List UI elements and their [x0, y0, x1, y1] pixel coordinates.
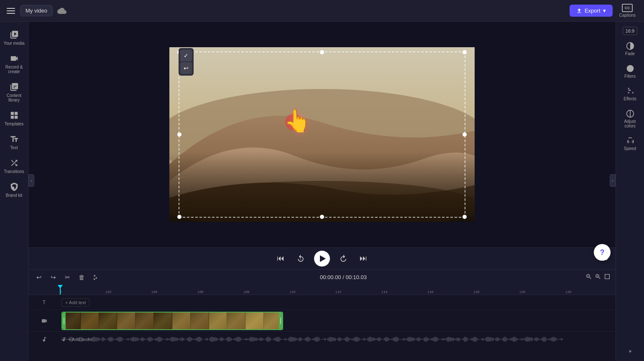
right-sidebar: 16:9 Fade Filters Effects Adjust colors … — [616, 22, 644, 361]
playhead-indicator — [58, 285, 63, 288]
clip-frame-5 — [135, 313, 154, 329]
video-track-content — [60, 311, 616, 331]
left-sidebar: Your media Record & create Content libra… — [0, 22, 28, 361]
audio-track-row: + Add audio document.write(Array.from({l… — [28, 332, 616, 347]
cc-icon: CC — [622, 4, 633, 12]
video-background — [169, 47, 475, 222]
audio-track-content: + Add audio document.write(Array.from({l… — [60, 333, 616, 346]
svg-text:5: 5 — [300, 257, 301, 260]
clip-frame-8 — [191, 313, 209, 329]
sidebar-item-text[interactable]: Text — [2, 131, 27, 153]
export-chevron: ▾ — [603, 8, 606, 14]
undo-transform-button[interactable]: ↩ — [180, 62, 192, 74]
clip-frame-2 — [81, 313, 99, 329]
timeline-tracks: T + Add text — [28, 295, 616, 361]
captions-button[interactable]: CC Captions — [616, 2, 639, 19]
clip-frame-6 — [154, 313, 172, 329]
add-text-button[interactable]: + Add text — [61, 298, 89, 307]
cloud-save-icon[interactable] — [56, 5, 68, 17]
clip-handle-right[interactable] — [279, 313, 282, 329]
text-track-content: + Add text — [60, 295, 616, 310]
play-button[interactable] — [314, 251, 330, 267]
sidebar-item-content-library[interactable]: Content library — [2, 79, 27, 106]
add-audio-label[interactable]: + Add audio — [61, 337, 92, 342]
right-tool-filters[interactable]: Filters — [617, 61, 643, 82]
topbar: My video Export ▾ CC Captions — [0, 0, 644, 22]
timeline-ruler: | 0 |:02 |:04 |:06 |:08 |:10 |:12 |:14 |… — [28, 285, 616, 295]
sidebar-label-templates: Templates — [5, 122, 24, 126]
fade-label: Fade — [625, 51, 635, 56]
preview-area: ✓ ↩ 👆 — [28, 22, 616, 247]
text-track-row: T + Add text — [28, 295, 616, 310]
clip-frame-11 — [245, 313, 264, 329]
right-sidebar-chevron-down[interactable]: ▾ — [626, 345, 635, 358]
sidebar-label-content-library: Content library — [3, 93, 25, 102]
undo-button[interactable]: ↩ — [33, 272, 44, 283]
timeline-zoom-controls — [585, 273, 611, 282]
clip-frame-4 — [117, 313, 135, 329]
zoom-in-button[interactable] — [595, 273, 601, 282]
project-title[interactable]: My video — [20, 5, 53, 16]
clip-handle-left[interactable] — [62, 313, 66, 329]
skip-forward-button[interactable]: ⏭ — [357, 252, 370, 265]
clip-frame-7 — [172, 313, 191, 329]
help-button[interactable]: ? — [594, 244, 611, 261]
sidebar-label-brand-kit: Brand kit — [6, 193, 22, 198]
filters-label: Filters — [624, 74, 636, 79]
adjust-colors-label: Adjust colors — [619, 119, 641, 128]
right-tool-fade[interactable]: Fade — [617, 38, 643, 59]
cut-button[interactable]: ✂ — [62, 272, 73, 283]
collapse-right-button[interactable]: ‹ — [610, 174, 616, 187]
zoom-out-button[interactable] — [585, 273, 592, 282]
clip-frame-9 — [209, 313, 227, 329]
main-area: Your media Record & create Content libra… — [0, 22, 644, 361]
sidebar-item-your-media[interactable]: Your media — [2, 27, 27, 49]
video-track-label — [28, 318, 60, 324]
redo-button[interactable]: ↪ — [48, 272, 59, 283]
skip-back-button[interactable]: ⏮ — [274, 252, 287, 265]
clip-frame-10 — [227, 313, 245, 329]
floating-toolbar: ✓ ↩ — [179, 48, 194, 76]
sidebar-item-brand-kit[interactable]: Brand kit — [2, 179, 27, 201]
clip-frame-3 — [99, 313, 118, 329]
timeline-time-display: 00:00.00 / 00:10.03 — [105, 274, 582, 280]
export-button[interactable]: Export ▾ — [570, 5, 613, 17]
sidebar-label-text: Text — [10, 145, 18, 150]
sidebar-item-transitions[interactable]: Transitions — [2, 155, 27, 177]
delete-button[interactable]: 🗑 — [76, 272, 87, 283]
confirm-button[interactable]: ✓ — [180, 50, 192, 61]
right-tool-effects[interactable]: Effects — [617, 84, 643, 104]
desert-scene-svg — [169, 47, 475, 222]
text-track-label: T — [28, 299, 60, 305]
audio-waveform: + Add audio document.write(Array.from({l… — [60, 333, 616, 346]
video-clip[interactable] — [61, 312, 283, 330]
svg-point-6 — [626, 65, 634, 72]
text-track-icon: T — [43, 299, 46, 305]
captions-label: Captions — [619, 13, 636, 18]
split-button[interactable] — [90, 272, 101, 283]
audio-track-label — [28, 336, 60, 342]
center-area: ✓ ↩ 👆 ⏮ 5 ⏭ — [28, 22, 616, 361]
right-tool-adjust-colors[interactable]: Adjust colors — [617, 106, 643, 132]
video-canvas[interactable]: ✓ ↩ 👆 — [169, 47, 475, 222]
sidebar-label-record: Record & create — [3, 65, 25, 74]
collapse-left-button[interactable]: › — [28, 174, 34, 187]
rewind-button[interactable]: 5 — [294, 252, 307, 265]
playback-bar: ⏮ 5 ⏭ — [28, 247, 616, 269]
timeline-playhead[interactable] — [60, 285, 61, 295]
timeline-toolbar: ↩ ↪ ✂ 🗑 00:00.00 / 00:10.03 — [28, 269, 616, 285]
aspect-ratio-button[interactable]: 16:9 — [623, 27, 637, 35]
timeline-area: ↩ ↪ ✂ 🗑 00:00.00 / 00:10.03 — [28, 269, 616, 361]
forward-button[interactable] — [337, 252, 350, 265]
video-track-row — [28, 310, 616, 332]
sidebar-item-templates[interactable]: Templates — [2, 107, 27, 130]
menu-button[interactable] — [5, 5, 17, 17]
sidebar-label-your-media: Your media — [3, 41, 24, 46]
export-label: Export — [585, 8, 601, 14]
expand-timeline-button[interactable] — [604, 273, 611, 282]
sidebar-label-transitions: Transitions — [4, 169, 24, 174]
right-tool-speed[interactable]: Speed — [617, 133, 643, 154]
sidebar-item-record-create[interactable]: Record & create — [2, 51, 27, 77]
play-icon — [320, 255, 326, 262]
effects-label: Effects — [624, 97, 636, 101]
